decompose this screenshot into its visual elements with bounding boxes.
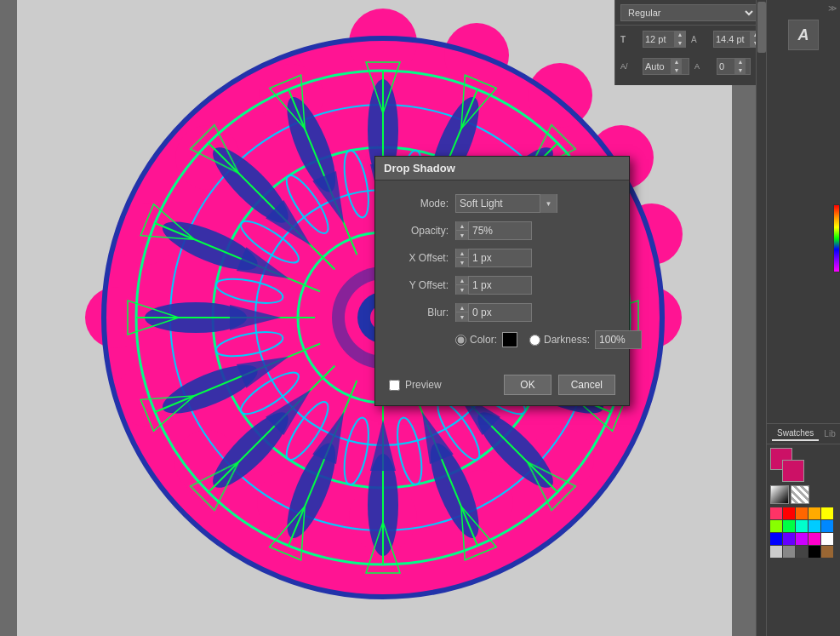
dialog-footer: Preview OK Cancel (375, 368, 629, 405)
panel-handle: ≫ (767, 0, 840, 16)
font-size2-input-group[interactable]: ▲ ▼ (713, 31, 762, 48)
tracking-spinner[interactable]: ▲ ▼ (671, 58, 682, 75)
darkness-radio[interactable] (529, 335, 540, 346)
font-size-up[interactable]: ▲ (675, 31, 685, 39)
style-select[interactable]: Regular (620, 4, 757, 21)
x-offset-up-button[interactable]: ▲ (456, 249, 468, 258)
swatches-content (767, 444, 840, 561)
color-swatch-14[interactable] (809, 533, 820, 545)
x-offset-input-wrapper[interactable]: ▲ ▼ (455, 249, 532, 267)
cancel-button[interactable]: Cancel (558, 375, 615, 395)
font-size-input[interactable] (643, 34, 674, 44)
blur-spinner[interactable]: ▲ ▼ (456, 303, 469, 322)
font-size2-input[interactable] (714, 34, 750, 44)
color-swatch-20[interactable] (821, 546, 833, 558)
y-offset-input[interactable] (469, 279, 520, 291)
color-swatch-9[interactable] (809, 520, 820, 532)
color-swatch-7[interactable] (783, 520, 795, 532)
opacity-label: Opacity: (389, 225, 449, 237)
blur-input[interactable] (469, 307, 520, 318)
darkness-input[interactable] (595, 330, 642, 349)
x-offset-input[interactable] (469, 252, 520, 264)
x-offset-spinner[interactable]: ▲ ▼ (456, 249, 469, 267)
tracking-down[interactable]: ▼ (671, 66, 682, 75)
color-strip (833, 204, 840, 272)
color-swatch-1[interactable] (770, 507, 782, 519)
pattern-icon[interactable] (791, 485, 809, 504)
font-size-down[interactable]: ▼ (675, 39, 685, 48)
kerning-input-group[interactable]: ▲ ▼ (717, 58, 751, 75)
y-offset-label: Y Offset: (389, 279, 449, 291)
handle-dots-icon: ≫ (828, 3, 837, 13)
color-swatch-16[interactable] (770, 546, 782, 558)
type-tool-icon[interactable]: A (788, 20, 819, 50)
color-swatch-18[interactable] (796, 546, 808, 558)
canvas-scrollbar[interactable] (756, 0, 766, 636)
color-swatch-10[interactable] (821, 520, 833, 532)
blur-input-wrapper[interactable]: ▲ ▼ (455, 303, 532, 322)
color-swatch-5[interactable] (821, 507, 833, 519)
color-swatch-19[interactable] (809, 546, 820, 558)
color-swatch-15[interactable] (821, 533, 833, 545)
font-size-spinner[interactable]: ▲ ▼ (674, 31, 685, 48)
toolbar-row-style: Regular (615, 0, 766, 26)
preview-row: Preview (389, 379, 442, 391)
color-swatch-12[interactable] (783, 533, 795, 545)
color-darkness-row: Color: Darkness: (389, 330, 615, 349)
color-swatch-17[interactable] (783, 546, 795, 558)
gradient-icon[interactable] (770, 485, 789, 504)
opacity-spinner[interactable]: ▲ ▼ (456, 221, 469, 240)
y-offset-down-button[interactable]: ▼ (456, 285, 468, 295)
swatches-panel: Swatches Lib (766, 423, 840, 636)
kerning-label: A (694, 62, 711, 71)
toolbar-row-font: T ▲ ▼ A ▲ ▼ (615, 26, 766, 53)
x-offset-down-button[interactable]: ▼ (456, 258, 468, 267)
font-a-label: A (691, 35, 708, 44)
svg-point-4 (349, 9, 417, 77)
dialog-title: Drop Shadow (384, 162, 455, 175)
tracking-input[interactable] (643, 61, 671, 72)
kerning-up[interactable]: ▲ (735, 58, 746, 66)
opacity-down-button[interactable]: ▼ (456, 231, 468, 240)
font-t-label: T (620, 35, 637, 44)
color-swatch-4[interactable] (809, 507, 820, 519)
font-size-input-group[interactable]: ▲ ▼ (643, 31, 686, 48)
opacity-up-button[interactable]: ▲ (456, 221, 468, 231)
color-radio-label[interactable]: Color: (455, 334, 497, 346)
y-offset-row: Y Offset: ▲ ▼ (389, 276, 615, 295)
color-radio[interactable] (455, 335, 466, 346)
tracking-input-group[interactable]: ▲ ▼ (643, 58, 689, 75)
color-swatch-3[interactable] (796, 507, 808, 519)
y-offset-up-button[interactable]: ▲ (456, 276, 468, 285)
mode-select[interactable]: Soft Light Normal Multiply Screen Overla… (456, 198, 540, 209)
opacity-input-wrapper[interactable]: ▲ ▼ (455, 221, 532, 240)
darkness-text: Darkness: (544, 334, 590, 346)
color-swatch-8[interactable] (796, 520, 808, 532)
blur-up-button[interactable]: ▲ (456, 303, 468, 312)
color-swatch-6[interactable] (770, 520, 782, 532)
color-swatch-2[interactable] (783, 507, 795, 519)
tracking-up[interactable]: ▲ (671, 58, 682, 66)
swatches-tab[interactable]: Swatches (772, 427, 819, 441)
ok-button[interactable]: OK (504, 375, 551, 395)
y-offset-spinner[interactable]: ▲ ▼ (456, 276, 469, 295)
tracking-label: A/ (620, 62, 637, 71)
mode-select-wrapper[interactable]: Soft Light Normal Multiply Screen Overla… (455, 194, 557, 213)
opacity-input[interactable] (469, 225, 520, 237)
color-grid (770, 507, 837, 558)
color-swatch-box[interactable] (502, 332, 517, 347)
kerning-down[interactable]: ▼ (735, 66, 746, 75)
y-offset-input-wrapper[interactable]: ▲ ▼ (455, 276, 532, 295)
color-swatch-11[interactable] (770, 533, 782, 545)
kerning-input[interactable] (717, 61, 734, 72)
background-swatch[interactable] (782, 460, 804, 482)
kerning-spinner[interactable]: ▲ ▼ (734, 58, 746, 75)
color-swatch-13[interactable] (796, 533, 808, 545)
libraries-tab[interactable]: Lib (819, 427, 840, 440)
blur-down-button[interactable]: ▼ (456, 312, 468, 322)
color-text: Color: (470, 334, 497, 346)
scroll-thumb[interactable] (757, 2, 766, 53)
preview-checkbox[interactable] (389, 380, 400, 391)
blur-row: Blur: ▲ ▼ (389, 303, 615, 322)
darkness-radio-label[interactable]: Darkness: (529, 334, 590, 346)
